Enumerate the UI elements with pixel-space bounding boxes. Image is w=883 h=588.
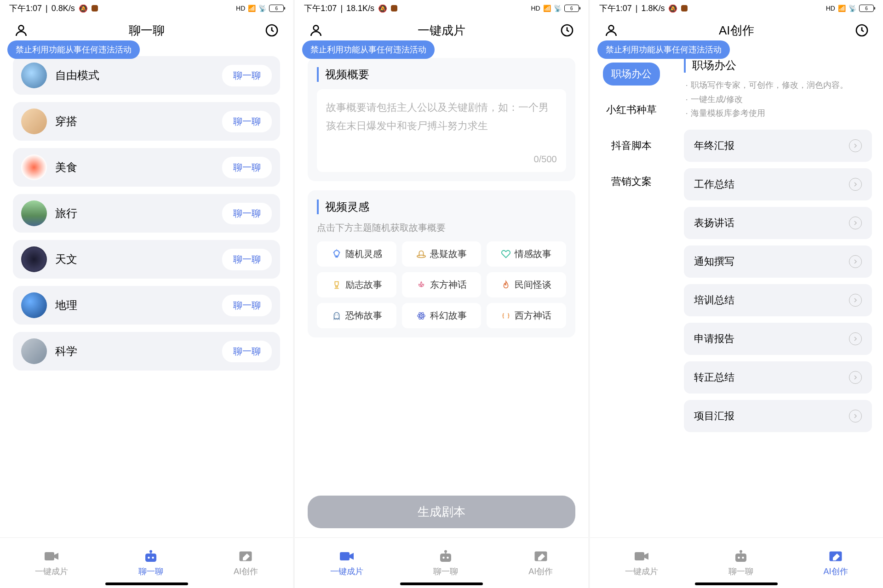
- ai-item-training-summary[interactable]: 培训总结: [684, 284, 872, 316]
- avatar: [21, 246, 47, 272]
- ai-item-praise-speech[interactable]: 表扬讲话: [684, 207, 872, 239]
- ai-section-title: 职场办公: [684, 58, 872, 73]
- nav-ai-create[interactable]: AI创作: [824, 549, 848, 577]
- ai-item-work-summary[interactable]: 工作总结: [684, 168, 872, 200]
- chat-item-geography[interactable]: 地理聊一聊: [13, 286, 280, 325]
- ghost-icon: [332, 311, 342, 321]
- sidebar-tab-workplace[interactable]: 职场办公: [603, 63, 660, 86]
- chat-item-food[interactable]: 美食聊一聊: [13, 148, 280, 187]
- mute-icon: 🔕: [668, 4, 677, 13]
- bottom-nav: 一键成片 聊一聊 AI创作: [0, 537, 293, 588]
- nav-video[interactable]: 一键成片: [625, 549, 658, 577]
- tag-emotion[interactable]: 情感故事: [487, 241, 566, 267]
- generate-script-button[interactable]: 生成剧本: [308, 496, 575, 528]
- tag-horror[interactable]: 恐怖故事: [317, 303, 396, 328]
- svg-point-9: [314, 25, 319, 30]
- history-icon[interactable]: [264, 23, 279, 38]
- chat-item-free-mode[interactable]: 自由模式聊一聊: [13, 56, 280, 95]
- sidebar-tab-marketing[interactable]: 营销文案: [603, 170, 660, 193]
- svg-point-7: [152, 556, 154, 559]
- inspiration-section: 视频灵感 点击下方主题随机获取故事概要 随机灵感 悬疑故事 情感故事 励志故事 …: [308, 190, 575, 337]
- svg-rect-19: [440, 554, 451, 562]
- ai-sidebar: 职场办公 小红书种草 抖音脚本 营销文案: [590, 44, 673, 537]
- chevron-right-icon: [849, 371, 862, 384]
- app-header: 聊一聊: [0, 17, 293, 44]
- ai-item-application-report[interactable]: 申请报告: [684, 323, 872, 355]
- app-mini-icon: [92, 5, 98, 11]
- chat-button[interactable]: 聊一聊: [222, 157, 272, 178]
- ai-item-project-report[interactable]: 项目汇报: [684, 400, 872, 432]
- tag-folklore[interactable]: 民间怪谈: [487, 272, 566, 297]
- nav-ai-create[interactable]: AI创作: [234, 549, 258, 577]
- edit-icon: [237, 549, 254, 563]
- svg-rect-3: [145, 554, 156, 562]
- edit-icon: [827, 549, 844, 563]
- fire-icon: [501, 280, 511, 290]
- chat-button[interactable]: 聊一聊: [222, 111, 272, 132]
- tag-scifi[interactable]: 科幻故事: [402, 303, 481, 328]
- status-speed: 1.8K/s: [641, 4, 665, 13]
- tag-eastern-myth[interactable]: 东方神话: [402, 272, 481, 297]
- home-indicator[interactable]: [400, 582, 483, 585]
- hd-icon: HD: [236, 5, 245, 12]
- nav-chat[interactable]: 聊一聊: [728, 549, 753, 577]
- sidebar-tab-xiaohongshu[interactable]: 小红书种草: [598, 98, 665, 121]
- ai-main: 职场办公 职场写作专家，可创作，修改，润色内容。 一键生成/修改 海量模板库参考…: [673, 44, 883, 537]
- status-bar: 下午1:07 | 0.8K/s 🔕 HD 📶 📡 6: [0, 0, 293, 17]
- ai-item-annual-report[interactable]: 年终汇报: [684, 130, 872, 162]
- chat-button[interactable]: 聊一聊: [222, 65, 272, 86]
- phone-screen-ai-create: 下午1:07 | 1.8K/s 🔕 HD 📶 📡 6 AI创作 禁止利用功能从事…: [590, 0, 883, 588]
- tag-inspiring[interactable]: 励志故事: [317, 272, 396, 297]
- profile-icon[interactable]: [309, 23, 323, 38]
- avatar: [21, 63, 47, 88]
- svg-point-6: [148, 556, 150, 559]
- nav-ai-create[interactable]: AI创作: [528, 549, 553, 577]
- chevron-right-icon: [849, 178, 862, 191]
- chat-button[interactable]: 聊一聊: [222, 341, 272, 362]
- signal-icon: 📶: [543, 5, 551, 12]
- home-indicator[interactable]: [695, 582, 778, 585]
- history-icon[interactable]: [560, 23, 574, 38]
- svg-point-31: [738, 556, 740, 559]
- lotus-icon: [416, 280, 426, 290]
- sidebar-tab-douyin[interactable]: 抖音脚本: [603, 134, 660, 157]
- chat-item-fashion[interactable]: 穿搭聊一聊: [13, 102, 280, 141]
- nav-chat[interactable]: 聊一聊: [433, 549, 458, 577]
- status-speed: 18.1K/s: [346, 4, 374, 13]
- ai-item-confirmation-summary[interactable]: 转正总结: [684, 361, 872, 394]
- chat-item-science[interactable]: 科学聊一聊: [13, 332, 280, 371]
- chevron-right-icon: [849, 294, 862, 307]
- profile-icon[interactable]: [14, 23, 29, 38]
- laurel-icon: [501, 311, 511, 321]
- nav-chat[interactable]: 聊一聊: [138, 549, 163, 577]
- warning-banner: 禁止利用功能从事任何违法活动: [597, 40, 730, 59]
- tag-random[interactable]: 随机灵感: [317, 241, 396, 267]
- hd-icon: HD: [531, 5, 540, 12]
- chat-button[interactable]: 聊一聊: [222, 203, 272, 224]
- tag-mystery[interactable]: 悬疑故事: [402, 241, 481, 267]
- video-icon: [633, 549, 650, 563]
- profile-icon[interactable]: [604, 23, 619, 38]
- status-right: HD 📶 📡 6: [236, 5, 284, 12]
- signal-icon: 📶: [248, 5, 256, 12]
- section-title: 视频灵感: [317, 200, 566, 214]
- svg-point-0: [19, 25, 24, 30]
- battery-icon: 6: [859, 5, 874, 12]
- chat-item-travel[interactable]: 旅行聊一聊: [13, 194, 280, 233]
- robot-icon: [437, 549, 454, 563]
- chat-button[interactable]: 聊一聊: [222, 295, 272, 316]
- ai-description: 职场写作专家，可创作，修改，润色内容。 一键生成/修改 海量模板库参考使用: [684, 78, 872, 120]
- char-count: 0/500: [534, 154, 557, 165]
- home-indicator[interactable]: [105, 582, 188, 585]
- nav-video[interactable]: 一键成片: [330, 549, 363, 577]
- warning-banner: 禁止利用功能从事任何违法活动: [7, 40, 140, 59]
- story-textarea[interactable]: 故事概要请包括主人公以及关键剧情，如：一个男孩在末日爆发中和丧尸搏斗努力求生 0…: [317, 89, 566, 172]
- nav-video[interactable]: 一键成片: [35, 549, 68, 577]
- chat-item-astronomy[interactable]: 天文聊一聊: [13, 240, 280, 279]
- wifi-icon: 📡: [554, 5, 562, 12]
- page-title: 一键成片: [418, 23, 465, 39]
- history-icon[interactable]: [854, 23, 869, 38]
- ai-item-notice-writing[interactable]: 通知撰写: [684, 245, 872, 278]
- chat-button[interactable]: 聊一聊: [222, 249, 272, 270]
- tag-western-myth[interactable]: 西方神话: [487, 303, 566, 328]
